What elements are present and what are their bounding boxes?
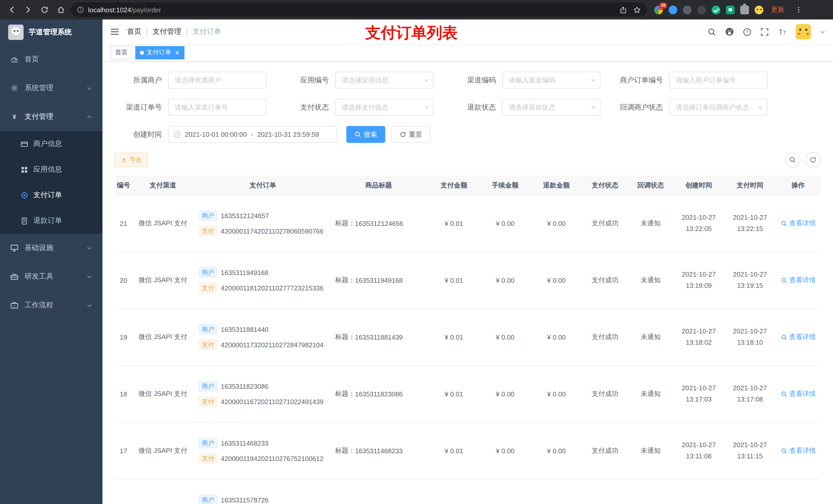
cell-notify-status: 未通知 (628, 366, 673, 422)
column-header: 商品标题 (329, 176, 428, 195)
cell-actions: 查看详情 (776, 366, 821, 422)
font-size-icon[interactable]: TT (778, 28, 787, 36)
tab-pay-order[interactable]: 支付订单 (135, 46, 185, 59)
sidebar-item-infrastructure[interactable]: 基础设施 (0, 234, 102, 262)
channel-code-select[interactable] (502, 72, 600, 89)
sidebar-item-payment[interactable]: ¥ 支付管理 (0, 102, 102, 131)
filter-field-merchant-order-no: 商户订单编号 (616, 72, 783, 89)
fullscreen-icon[interactable] (760, 27, 769, 36)
dot-circle-icon (21, 191, 28, 199)
sidebar-item-dev-tools[interactable]: 研发工具 (0, 262, 102, 291)
profile-avatar-icon[interactable] (755, 5, 763, 14)
sidebar-toggle-icon[interactable] (110, 27, 119, 37)
filter-field-notify-status: 回调商户状态 (616, 99, 783, 116)
merchant-order-no-input[interactable] (669, 72, 767, 89)
extension-icon[interactable] (712, 5, 720, 14)
search-form: 所属商户 应用编号 渠道编码 (115, 72, 821, 126)
user-menu-caret-icon[interactable] (820, 29, 825, 34)
screen: localhost:1024/pay/order 10 更新 (0, 0, 833, 504)
browser-reload-icon[interactable] (38, 3, 51, 16)
cell-pay-amount: ¥ 0.01 (428, 423, 479, 479)
table-row: 商户1635311578726 支付 (115, 479, 821, 504)
browser-back-icon[interactable] (5, 3, 19, 16)
view-detail-label: 查看详情 (789, 446, 816, 455)
cell-pay-amount (428, 479, 479, 504)
browser-forward-icon[interactable] (22, 3, 35, 16)
cell-pay-order: 商户1635311949168 支付4200001181202110277723… (194, 252, 329, 308)
tab-label: 首页 (115, 48, 127, 57)
extensions-puzzle-icon[interactable] (740, 5, 749, 14)
column-header: 编号 (115, 176, 132, 195)
app-title: 芋道管理系统 (29, 28, 72, 37)
help-icon[interactable]: ? (743, 27, 752, 36)
merchant-input[interactable] (168, 72, 266, 89)
reset-button[interactable]: 重置 (391, 126, 430, 143)
sidebar-item-merchant-info[interactable]: 商户信息 (0, 131, 102, 157)
close-icon[interactable] (175, 50, 180, 55)
column-header: 回调状态 (628, 176, 673, 195)
user-avatar[interactable] (795, 24, 811, 40)
sidebar-item-home[interactable]: 首页 (0, 45, 102, 74)
column-header: 支付订单 (194, 176, 329, 195)
sidebar: 芋道管理系统 首页 系统管理 (0, 20, 102, 504)
notify-status-select[interactable] (669, 99, 767, 116)
sidebar-item-system[interactable]: 系统管理 (0, 74, 102, 102)
refresh-button[interactable] (805, 152, 821, 167)
github-icon[interactable] (725, 27, 734, 37)
create-time-range-picker[interactable]: 2021-10-01 00:00:00 - 2021-10-31 23:59:5… (168, 126, 337, 143)
browser-home-icon[interactable] (54, 3, 68, 16)
search-icon[interactable] (708, 27, 716, 36)
app-id-select[interactable] (335, 72, 433, 89)
view-detail-link[interactable]: 查看详情 (781, 275, 816, 285)
site-info-icon[interactable] (77, 6, 84, 13)
share-icon[interactable] (619, 6, 627, 14)
sidebar-item-label: 应用信息 (33, 165, 62, 174)
channel-order-no-input[interactable] (168, 99, 266, 116)
browser-menu-icon[interactable] (792, 3, 805, 16)
tab-label: 支付订单 (146, 48, 171, 57)
view-detail-link[interactable]: 查看详情 (781, 219, 816, 228)
date-start-value: 2021-10-01 00:00:00 (185, 130, 247, 138)
extension-icon[interactable] (683, 5, 692, 14)
cell-id (115, 479, 132, 504)
title-value: 1635311468233 (355, 447, 403, 455)
sidebar-item-label: 支付管理 (25, 112, 53, 121)
search-button[interactable]: 搜索 (346, 126, 385, 143)
cell-actions: 查看详情 (776, 252, 821, 308)
merchant-order-no: 1635311823086 (221, 382, 268, 390)
view-detail-link[interactable]: 查看详情 (781, 332, 816, 342)
export-button[interactable]: 导出 (115, 153, 148, 167)
title-value: 1635311881439 (355, 333, 403, 341)
filter-label: 应用编号 (282, 75, 335, 85)
cell-pay-order: 商户1635312124657 支付4200001174202110278060… (194, 195, 329, 251)
sidebar-item-refund-order[interactable]: 退款订单 (0, 208, 102, 234)
breadcrumb-item[interactable]: 首页 (127, 27, 141, 37)
sidebar-item-label: 首页 (25, 55, 39, 64)
view-detail-link[interactable]: 查看详情 (781, 446, 816, 455)
breadcrumb-item[interactable]: 支付管理 (153, 27, 181, 37)
chevron-down-icon (87, 245, 92, 251)
orders-table: 编号 支付渠道 支付订单 商品标题 支付金额 手续金额 退款金额 支付状态 回调… (115, 176, 821, 504)
view-detail-label: 查看详情 (789, 219, 816, 228)
refund-status-select[interactable] (502, 99, 600, 116)
breadcrumb: 首页 / 支付管理 / 支付订单 (127, 27, 221, 37)
extension-icon[interactable] (697, 5, 706, 14)
sidebar-item-workflow[interactable]: 工作流程 (0, 291, 102, 320)
bookmark-star-icon[interactable] (633, 6, 641, 14)
extension-icon[interactable] (726, 5, 735, 14)
url-bar[interactable]: localhost:1024/pay/order (71, 3, 647, 17)
credit-card-icon (21, 140, 28, 148)
browser-update-button[interactable]: 更新 (771, 5, 784, 14)
extension-icon[interactable] (669, 5, 677, 14)
extension-icon[interactable]: 10 (654, 5, 663, 14)
extension-badge: 10 (659, 2, 667, 8)
pay-status-select[interactable] (335, 99, 433, 116)
sidebar-item-app-info[interactable]: 应用信息 (0, 157, 102, 182)
sidebar-item-pay-order[interactable]: 支付订单 (0, 182, 102, 208)
view-detail-link[interactable]: 查看详情 (781, 389, 816, 399)
monitor-icon (10, 244, 19, 252)
tab-home[interactable]: 首页 (111, 46, 132, 59)
payment-submenu: 商户信息 应用信息 支付订单 (0, 131, 102, 234)
merchant-tag: 商户 (199, 438, 217, 448)
toggle-search-button[interactable] (785, 152, 800, 167)
